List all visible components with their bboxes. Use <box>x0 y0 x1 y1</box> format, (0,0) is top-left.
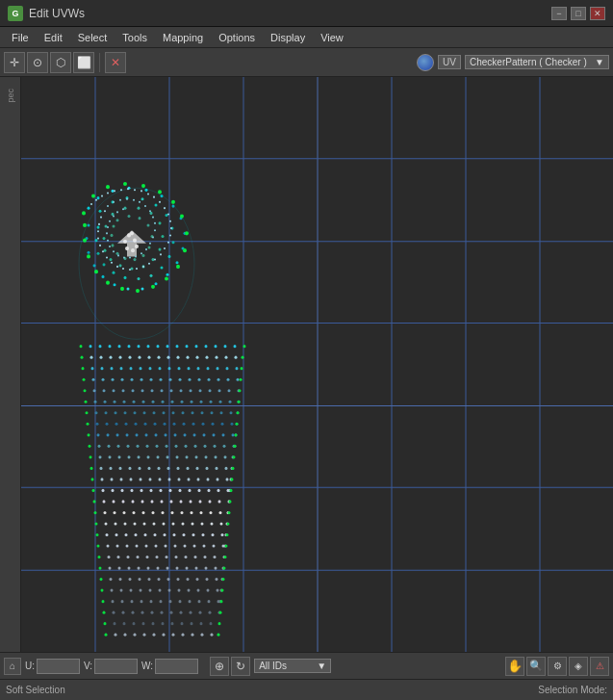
svg-point-485 <box>226 533 229 536</box>
menu-edit[interactable]: Edit <box>37 30 70 45</box>
svg-point-139 <box>102 250 104 252</box>
svg-point-278 <box>219 401 222 403</box>
svg-point-220 <box>178 367 181 370</box>
menu-tools[interactable]: Tools <box>115 30 155 45</box>
svg-point-373 <box>110 467 113 470</box>
svg-point-181 <box>147 345 150 348</box>
svg-point-67 <box>103 237 106 240</box>
svg-point-315 <box>231 423 234 426</box>
svg-point-236 <box>160 378 163 381</box>
svg-point-207 <box>225 356 228 359</box>
svg-point-524 <box>166 566 169 569</box>
w-input[interactable] <box>155 659 198 674</box>
svg-point-208 <box>235 356 238 359</box>
options-2-button[interactable]: ◈ <box>569 657 588 676</box>
home-view-button[interactable]: ⌂ <box>4 658 21 675</box>
svg-point-290 <box>163 411 166 414</box>
svg-point-357 <box>118 455 121 458</box>
svg-point-610 <box>163 634 166 636</box>
svg-point-498 <box>213 544 216 547</box>
menu-view[interactable]: View <box>313 30 351 45</box>
minimize-button[interactable]: − <box>551 7 567 20</box>
svg-point-443 <box>142 511 145 514</box>
svg-point-250 <box>122 389 125 392</box>
svg-point-401 <box>217 478 219 480</box>
svg-point-349 <box>214 445 217 448</box>
svg-point-354 <box>89 455 92 458</box>
svg-point-126 <box>169 234 171 236</box>
scale-mode-button[interactable]: ⬡ <box>50 52 71 73</box>
svg-point-124 <box>169 220 171 222</box>
svg-point-566 <box>140 600 143 603</box>
svg-point-328 <box>184 433 187 436</box>
menu-options[interactable]: Options <box>211 30 263 45</box>
uv-mesh-canvas <box>21 77 613 652</box>
rotate-2d-button[interactable]: ↻ <box>231 657 250 676</box>
menu-mapping[interactable]: Mapping <box>155 30 211 45</box>
pan-2d-button[interactable]: ⊕ <box>210 657 229 676</box>
menu-file[interactable]: File <box>4 30 37 45</box>
svg-point-50 <box>103 263 106 266</box>
uv-viewport[interactable] <box>21 77 613 652</box>
svg-point-449 <box>200 511 203 514</box>
svg-point-611 <box>172 634 175 636</box>
svg-point-331 <box>213 433 216 436</box>
svg-point-228 <box>83 378 86 381</box>
u-input[interactable] <box>37 659 80 674</box>
pan-tool-button[interactable]: ✛ <box>4 52 25 73</box>
svg-point-381 <box>187 467 190 470</box>
svg-point-363 <box>176 455 179 458</box>
checker-dropdown-arrow: ▼ <box>595 57 604 67</box>
svg-point-123 <box>167 213 169 215</box>
svg-point-463 <box>182 522 185 525</box>
svg-point-249 <box>113 389 115 392</box>
svg-point-359 <box>138 455 140 458</box>
svg-point-580 <box>132 611 135 614</box>
svg-point-538 <box>158 578 161 581</box>
svg-point-422 <box>93 500 96 503</box>
svg-point-192 <box>81 356 84 359</box>
svg-point-516 <box>224 556 227 558</box>
svg-point-119 <box>147 193 149 194</box>
svg-point-296 <box>220 411 223 414</box>
break-button[interactable]: ✕ <box>105 52 126 73</box>
svg-point-247 <box>93 389 96 392</box>
svg-point-392 <box>130 478 133 480</box>
ids-dropdown[interactable]: All IDs ▼ <box>254 659 331 673</box>
svg-point-397 <box>178 478 181 480</box>
svg-point-131 <box>148 263 150 265</box>
svg-point-562 <box>102 600 105 603</box>
svg-point-544 <box>216 578 218 581</box>
zoom-button[interactable]: 🔍 <box>526 657 546 676</box>
svg-point-146 <box>107 205 109 207</box>
menu-display[interactable]: Display <box>263 30 313 45</box>
svg-point-28 <box>141 287 144 290</box>
v-input[interactable] <box>94 659 138 674</box>
svg-point-429 <box>161 500 164 503</box>
svg-point-240 <box>198 378 201 381</box>
maximize-button[interactable]: □ <box>571 7 586 20</box>
svg-point-347 <box>194 445 197 448</box>
window-controls[interactable]: − □ ✕ <box>551 7 605 20</box>
svg-point-522 <box>147 566 150 569</box>
svg-point-542 <box>196 578 199 581</box>
hand-tool-button[interactable]: ✋ <box>505 657 524 676</box>
svg-point-291 <box>172 411 175 414</box>
rotate-mode-button[interactable]: ⊙ <box>27 52 48 73</box>
warning-button[interactable]: ⚠ <box>590 657 609 676</box>
toolbar: ✛ ⊙ ⬡ ⬜ ✕ UV CheckerPattern ( Checker ) … <box>0 48 613 77</box>
svg-point-554 <box>168 589 171 592</box>
selection-mode-label: Selection Mode: <box>538 685 607 695</box>
freeform-button[interactable]: ⬜ <box>73 52 94 73</box>
svg-point-467 <box>220 522 223 525</box>
svg-point-561 <box>221 589 224 592</box>
svg-point-395 <box>159 478 162 480</box>
menu-select[interactable]: Select <box>70 30 115 45</box>
checker-dropdown[interactable]: CheckerPattern ( Checker ) ▼ <box>465 55 609 69</box>
options-1-button[interactable]: ⚙ <box>548 657 567 676</box>
close-button[interactable]: ✕ <box>590 7 605 20</box>
svg-point-226 <box>236 367 239 370</box>
svg-point-362 <box>166 455 169 458</box>
svg-point-122 <box>164 207 166 209</box>
svg-point-100 <box>83 239 87 243</box>
